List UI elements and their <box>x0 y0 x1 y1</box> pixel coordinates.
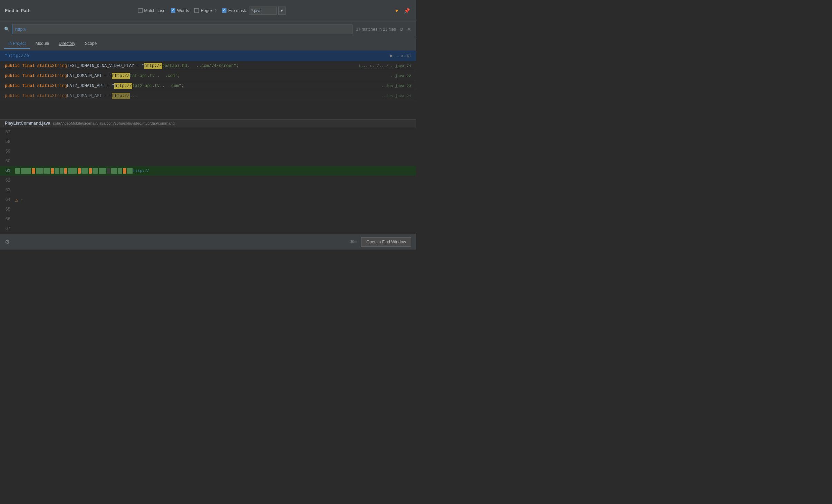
words-checkbox[interactable] <box>171 8 175 13</box>
code-block <box>123 168 126 174</box>
match-case-label: Match case <box>144 8 165 13</box>
status-bar: ⚙ ⌘↵ Open in Find Window <box>0 234 416 250</box>
settings-gear-icon[interactable]: ⚙ <box>5 239 10 245</box>
search-input[interactable] <box>12 25 352 34</box>
code-line-59: 59 <box>0 147 416 156</box>
result-location: ..ies.java 24 <box>381 93 411 99</box>
results-count: 37 matches in 23 files <box>356 27 396 32</box>
code-block <box>68 168 77 174</box>
code-block <box>15 168 20 174</box>
regex-checkbox[interactable] <box>194 8 199 13</box>
code-line-65: 65 <box>0 205 416 214</box>
code-block <box>89 168 92 174</box>
play-icon: ▶ <box>390 54 393 58</box>
code-block <box>21 168 31 174</box>
code-block <box>51 168 54 174</box>
match-highlight: http:// <box>114 83 132 89</box>
result-location: ..java 22 <box>391 73 411 79</box>
search-bar: 🔍 37 matches in 23 files ↺ ✕ <box>0 21 416 37</box>
header-action-icons: ▼ 📌 <box>393 7 411 14</box>
refresh-search-button[interactable]: ↺ <box>399 26 404 33</box>
file-path: sohuVideoMobile/src/main/java/com/sohu/s… <box>53 121 175 125</box>
result-location: L....c../.../ ..java 74 <box>359 63 411 69</box>
code-block <box>36 168 43 174</box>
regex-option[interactable]: Regex ? <box>194 8 216 13</box>
tab-scope[interactable]: Scope <box>81 39 101 49</box>
code-block <box>127 168 133 174</box>
selected-result-text: "http://e <box>5 53 29 58</box>
status-right-area: ⌘↵ Open in Find Window <box>350 237 411 247</box>
tab-module[interactable]: Module <box>31 39 53 49</box>
main-content-area: "http://e ▶ ···· 🏷 61 public final stati… <box>0 50 416 234</box>
filter-icon[interactable]: ▼ <box>393 7 400 14</box>
match-highlight: http:// <box>144 63 162 69</box>
match-highlight: http:// <box>112 93 130 99</box>
header-bar: Find in Path Match case Words Regex ? Fi… <box>0 0 416 21</box>
dots-icon: ···· <box>395 54 399 58</box>
result-row[interactable]: public final static String FAT_DOMAIN_AP… <box>0 71 416 81</box>
regex-label: Regex <box>201 8 213 13</box>
scope-tabs: In Project Module Directory Scope <box>0 37 416 50</box>
result-location: ..ies.java 23 <box>381 83 411 89</box>
results-panel[interactable]: "http://e ▶ ···· 🏷 61 public final stati… <box>0 50 416 119</box>
regex-help-icon[interactable]: ? <box>214 9 216 13</box>
code-editor[interactable]: 57 58 59 60 61 <box>0 127 416 234</box>
keyboard-shortcut: ⌘↵ <box>350 240 358 244</box>
open-in-find-window-button[interactable]: Open in Find Window <box>361 237 411 247</box>
search-action-buttons: ↺ ✕ <box>399 26 412 33</box>
code-block <box>99 168 106 174</box>
match-highlight: http:// <box>112 73 130 79</box>
code-line-60: 60 <box>0 156 416 166</box>
code-line-57: 57 <box>0 127 416 137</box>
code-block <box>32 168 35 174</box>
search-options: Match case Words Regex ? File mask: ▾ <box>37 7 387 15</box>
search-magnifier-icon: 🔍 <box>4 27 10 32</box>
code-block <box>64 168 67 174</box>
code-block <box>118 168 122 174</box>
arrow-up-icon: ↑ <box>21 198 23 203</box>
file-mask-dropdown[interactable]: ▾ <box>278 7 286 15</box>
result-meta-icons: ▶ ···· 🏷 61 <box>390 54 411 58</box>
dialog-title: Find in Path <box>5 8 30 13</box>
match-case-option[interactable]: Match case <box>138 8 165 13</box>
code-line-66: 66 <box>0 214 416 224</box>
code-line-62: 62 <box>0 176 416 185</box>
result-row[interactable]: public final static String FAT2_DOMAIN_A… <box>0 81 416 91</box>
selected-result-row[interactable]: "http://e ▶ ···· 🏷 61 <box>0 50 416 61</box>
code-block <box>93 168 98 174</box>
tab-directory[interactable]: Directory <box>55 39 79 49</box>
warning-icon: ⚠ <box>15 197 18 203</box>
code-line-58: 58 <box>0 137 416 147</box>
code-block <box>55 168 59 174</box>
code-block <box>60 168 64 174</box>
result-row[interactable]: public final static String UAT_DOMAIN_AP… <box>0 91 416 101</box>
file-mask-checkbox[interactable] <box>222 8 226 13</box>
code-line-63: 63 <box>0 185 416 195</box>
code-lines-container: 57 58 59 60 61 <box>0 127 416 234</box>
file-name: PlayListCommand.java <box>5 121 50 126</box>
code-block <box>44 168 50 174</box>
file-mask-input[interactable] <box>249 7 277 15</box>
close-search-button[interactable]: ✕ <box>406 26 412 33</box>
code-line-61: 61 <box>0 166 416 176</box>
code-line-64: 64 ⚠ ↑ <box>0 195 416 205</box>
code-block <box>81 168 88 174</box>
label-icon: 🏷 <box>401 54 405 58</box>
result-row[interactable]: public final static String TEST_DOMAIN_D… <box>0 61 416 71</box>
match-case-checkbox[interactable] <box>138 8 143 13</box>
file-header: PlayListCommand.java sohuVideoMobile/src… <box>0 119 416 127</box>
file-mask-option: File mask: ▾ <box>222 7 286 15</box>
words-option[interactable]: Words <box>171 8 189 13</box>
code-line-67: 67 <box>0 224 416 234</box>
url-text: http:// <box>133 169 149 173</box>
tab-in-project[interactable]: In Project <box>4 39 30 49</box>
code-block <box>107 168 110 174</box>
file-mask-label: File mask: <box>228 8 247 13</box>
pin-icon[interactable]: 📌 <box>403 7 411 14</box>
line-number-badge: 61 <box>407 54 411 58</box>
words-label: Words <box>177 8 189 13</box>
highlighted-line-content: http:// <box>14 167 151 174</box>
code-block <box>111 168 117 174</box>
code-block <box>78 168 81 174</box>
